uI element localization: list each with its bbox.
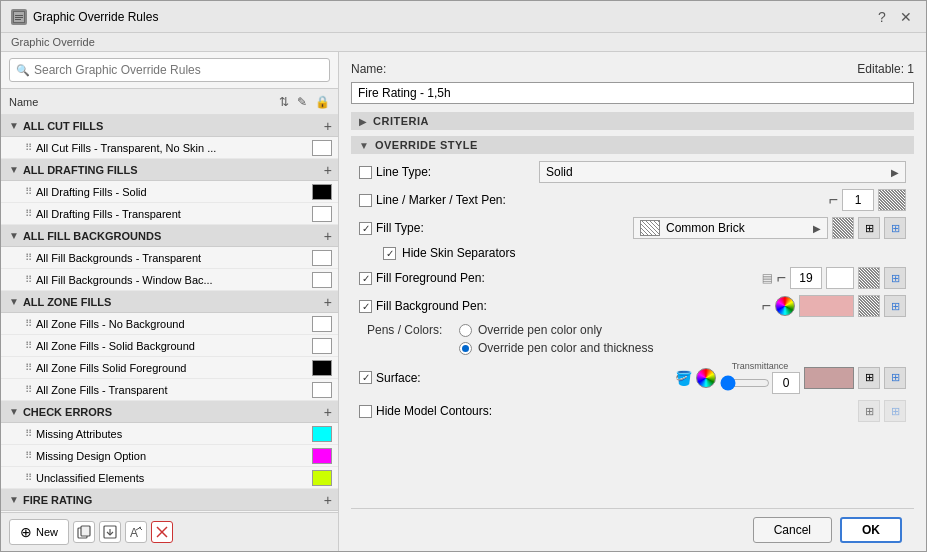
group-header-cut-fills[interactable]: ▼ ALL CUT FILLS +: [1, 115, 338, 137]
line-type-dropdown[interactable]: Solid ▶: [539, 161, 906, 183]
rename-button[interactable]: A: [125, 521, 147, 543]
fill-bg-btn2[interactable]: ⊞: [884, 295, 906, 317]
group-add-fire[interactable]: +: [324, 492, 332, 508]
group-toggle-drafting[interactable]: ▼: [9, 164, 19, 175]
svg-rect-6: [81, 526, 90, 536]
drag-handle: ⠿: [25, 186, 32, 197]
line-type-checkbox[interactable]: [359, 166, 372, 179]
line-marker-checkbox[interactable]: [359, 194, 372, 207]
search-wrapper: 🔍: [9, 58, 330, 82]
sort-icon[interactable]: ⇅: [279, 95, 289, 109]
criteria-toggle-arrow: ▶: [359, 116, 367, 127]
swatch-zone-no-bg: [312, 316, 332, 332]
group-header-drafting-fills[interactable]: ▼ ALL DRAFTING FILLS +: [1, 159, 338, 181]
help-button[interactable]: ?: [872, 7, 892, 27]
delete-button[interactable]: [151, 521, 173, 543]
list-header: Name ⇅ ✎ 🔒: [1, 89, 338, 115]
copy-button[interactable]: [73, 521, 95, 543]
radio-row-color-thickness[interactable]: Override pen color and thickness: [459, 341, 653, 355]
fill-fg-pattern-btn[interactable]: [858, 267, 880, 289]
svg-text:A: A: [130, 526, 138, 539]
list-item-zone-transparent[interactable]: ⠿ All Zone Fills - Transparent: [1, 379, 338, 401]
surface-btn2[interactable]: ⊞: [884, 367, 906, 389]
fill-bg-color-circle[interactable]: [775, 296, 795, 316]
fill-bg-pen-row: Fill Background Pen: ⌐ ⊞: [351, 292, 914, 320]
group-add-zone[interactable]: +: [324, 294, 332, 310]
radio-color-thickness[interactable]: [459, 342, 472, 355]
fill-type-btn1[interactable]: [832, 217, 854, 239]
drag-handle: ⠿: [25, 340, 32, 351]
group-add-check-errors[interactable]: +: [324, 404, 332, 420]
fill-type-btn3[interactable]: ⊞: [884, 217, 906, 239]
group-header-fire-rating[interactable]: ▼ FIRE RATING +: [1, 489, 338, 511]
group-add-fill-bg[interactable]: +: [324, 228, 332, 244]
fill-type-row: Fill Type: Common Brick ▶ ⊞ ⊞: [351, 214, 914, 242]
fill-fg-color-btn[interactable]: [826, 267, 854, 289]
group-toggle-zone[interactable]: ▼: [9, 296, 19, 307]
fill-fg-btn2[interactable]: ⊞: [884, 267, 906, 289]
group-header-check-errors[interactable]: ▼ CHECK ERRORS +: [1, 401, 338, 423]
list-item-missing-design[interactable]: ⠿ Missing Design Option: [1, 445, 338, 467]
group-toggle-fill-bg[interactable]: ▼: [9, 230, 19, 241]
fill-type-checkbox[interactable]: [359, 222, 372, 235]
cancel-button[interactable]: Cancel: [753, 517, 832, 543]
import-button[interactable]: [99, 521, 121, 543]
hide-model-btn2[interactable]: ⊞: [884, 400, 906, 422]
transmittance-slider[interactable]: [720, 375, 770, 391]
list-item-zone-solid-fg[interactable]: ⠿ All Zone Fills Solid Foreground: [1, 357, 338, 379]
override-style-toggle-arrow: ▼: [359, 140, 369, 151]
list-item-drafting-transparent[interactable]: ⠿ All Drafting Fills - Transparent: [1, 203, 338, 225]
group-add-cut-fills[interactable]: +: [324, 118, 332, 134]
fill-fg-pen-checkbox[interactable]: [359, 272, 372, 285]
name-input[interactable]: [351, 82, 914, 104]
group-toggle-cut-fills[interactable]: ▼: [9, 120, 19, 131]
line-marker-pattern-btn[interactable]: [878, 189, 906, 211]
swatch-unclassified: [312, 470, 332, 486]
surface-color-circle[interactable]: [696, 368, 716, 388]
new-button[interactable]: ⊕ New: [9, 519, 69, 545]
drag-handle: ⠿: [25, 274, 32, 285]
spacer: [351, 425, 914, 508]
list-item-drafting-solid[interactable]: ⠿ All Drafting Fills - Solid: [1, 181, 338, 203]
close-button[interactable]: ✕: [896, 7, 916, 27]
transmittance-group: Transmittance: [720, 361, 800, 394]
hide-model-checkbox[interactable]: [359, 405, 372, 418]
fill-bg-color-btn[interactable]: [799, 295, 854, 317]
list-item-zone-solid-bg[interactable]: ⠿ All Zone Fills - Solid Background: [1, 335, 338, 357]
line-marker-pen-input[interactable]: [842, 189, 874, 211]
ok-button[interactable]: OK: [840, 517, 902, 543]
fill-type-dropdown[interactable]: Common Brick ▶: [633, 217, 828, 239]
list-item-unclassified[interactable]: ⠿ Unclassified Elements: [1, 467, 338, 489]
hide-model-btn1[interactable]: ⊞: [858, 400, 880, 422]
group-header-fill-bg[interactable]: ▼ ALL FILL BACKGROUNDS +: [1, 225, 338, 247]
list-item-fill-bg-window[interactable]: ⠿ All Fill Backgrounds - Window Bac...: [1, 269, 338, 291]
group-header-zone-fills[interactable]: ▼ ALL ZONE FILLS +: [1, 291, 338, 313]
surface-color-swatch[interactable]: [804, 367, 854, 389]
radio-color-only[interactable]: [459, 324, 472, 337]
list-item-zone-no-bg[interactable]: ⠿ All Zone Fills - No Background: [1, 313, 338, 335]
transmittance-input[interactable]: [772, 372, 800, 394]
group-toggle-fire[interactable]: ▼: [9, 494, 19, 505]
edit-icon[interactable]: ✎: [297, 95, 307, 109]
radio-row-color-only[interactable]: Override pen color only: [459, 323, 653, 337]
drag-handle: ⠿: [25, 252, 32, 263]
fill-fg-pen-input[interactable]: [790, 267, 822, 289]
criteria-section-header[interactable]: ▶ CRITERIA: [351, 112, 914, 130]
list-item-cut-fills-transparent[interactable]: ⠿ All Cut Fills - Transparent, No Skin .…: [1, 137, 338, 159]
plus-icon: ⊕: [20, 524, 32, 540]
override-style-section-header[interactable]: ▼ OVERRIDE STYLE: [351, 136, 914, 154]
surface-btn1[interactable]: ⊞: [858, 367, 880, 389]
list-item-fill-bg-transparent[interactable]: ⠿ All Fill Backgrounds - Transparent: [1, 247, 338, 269]
fill-type-btn2[interactable]: ⊞: [858, 217, 880, 239]
lock-icon[interactable]: 🔒: [315, 95, 330, 109]
hide-skin-checkbox[interactable]: [383, 247, 396, 260]
fill-bg-pattern-btn[interactable]: [858, 295, 880, 317]
title-bar-controls: ? ✕: [872, 7, 916, 27]
search-input[interactable]: [9, 58, 330, 82]
list-item-missing-attr[interactable]: ⠿ Missing Attributes: [1, 423, 338, 445]
group-add-drafting[interactable]: +: [324, 162, 332, 178]
group-toggle-check-errors[interactable]: ▼: [9, 406, 19, 417]
swatch-zone-transparent: [312, 382, 332, 398]
fill-bg-pen-checkbox[interactable]: [359, 300, 372, 313]
surface-checkbox[interactable]: [359, 371, 372, 384]
